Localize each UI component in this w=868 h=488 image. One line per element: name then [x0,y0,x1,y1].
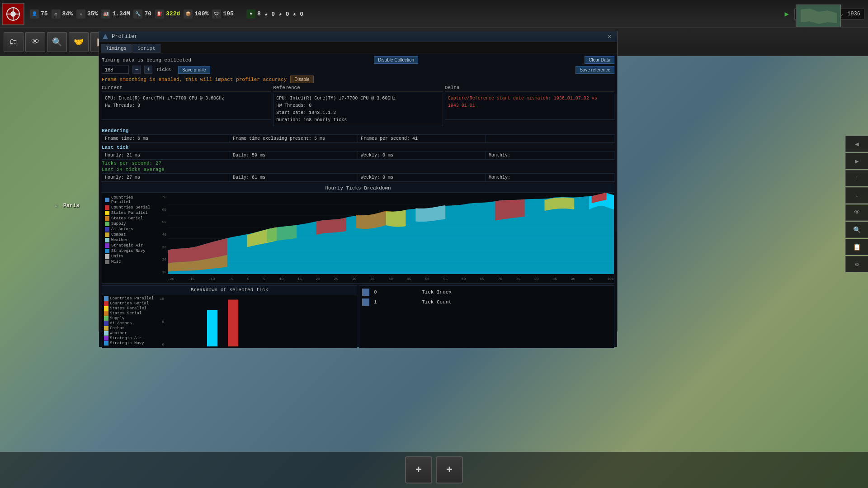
legend-color-strategic-air [105,243,109,248]
breakdown-color-1 [104,296,108,301]
breakdown-color-9 [104,336,108,341]
legend-color-states-serial [105,216,109,221]
breakdown-section: Breakdown of selected tick Countries Par… [102,285,357,348]
reference-content: CPU: Intel(R) Core(TM) i7-7700 CPU @ 3.6… [273,93,443,126]
disable-button[interactable]: Disable [290,76,313,83]
close-button[interactable]: ✕ [605,33,613,41]
consumer-stat: 📦 100% [184,9,208,19]
right-nav-btn-5[interactable]: 👁 [845,204,868,221]
legend-ai-actors: Ai Actors [105,227,154,232]
clear-data-button[interactable]: Clear Data [585,56,614,64]
tick-index-row: 0 Tick Index [362,289,611,296]
current-content: CPU: Intel(R) Core(TM) i7-7700 CPU @ 3.6… [102,93,271,120]
right-nav-btn-1[interactable]: ◀ [845,136,868,152]
last-tick-weekly: Weekly: 0 ms [358,152,486,159]
alert-stat: ⚑ 8 [246,9,261,19]
rendering-section-header: Rendering [102,128,614,133]
legend-color-weather [105,238,109,242]
breakdown-color-2 [104,301,108,306]
current-column: Current CPU: Intel(R) Core(TM) i7-7700 C… [102,85,271,126]
ticks-minus-btn[interactable]: − [132,66,141,74]
mini-map[interactable] [796,5,841,27]
timing-info-text: Timing data is being collected [102,57,370,63]
right-nav-btn-2[interactable]: ▶ [845,153,868,169]
breakdown-color-10 [104,341,108,346]
last24-label: Last 24 ticks average [102,167,165,172]
chart-title: Hourly Ticks Breakdown [102,184,614,193]
last24-daily: Daily: 61 ms [230,174,358,181]
tab-bar: Timings Script [99,42,617,53]
zoom-out-button[interactable]: + [436,456,463,483]
profiler-content: Timing data is being collected Disable C… [99,53,617,347]
ticks-plus-btn[interactable]: + [144,66,152,74]
legend-color-countries-serial [105,205,109,210]
stability-stat: ⚖ 84% [52,9,73,19]
reference-column: Reference CPU: Intel(R) Core(TM) i7-7700… [273,85,443,126]
delta-column: Delta Capture/Reference start date misma… [445,85,614,126]
tick-info-section: 0 Tick Index 1 Tick Count [359,285,614,348]
breakdown-legend-item-3: States Parallel [104,306,155,311]
svg-rect-14 [228,300,238,347]
industry-stat: 🏭 1.34M [101,9,130,19]
toolbar-btn-4[interactable]: 🤝 [69,32,89,52]
right-nav-btn-8[interactable]: ⚙ [845,256,868,272]
profiler-titlebar: Profiler ✕ [99,31,617,42]
right-nav-btn-6[interactable]: 🔍 [845,222,868,238]
legend-supply: Supply [105,222,154,226]
last24-weekly: Weekly: 0 ms [358,174,486,181]
y-axis: 70 60 50 40 30 20 10 [156,195,168,274]
breakdown-y-axis: 10 8 6 [156,297,165,346]
breakdown-color-4 [104,311,108,316]
top-bar: 👤 75 ⚖ 84% ⚔ 35% 🏭 1.34M 🔧 70 ⛽ 322d 📦 1… [0,0,868,28]
rendering-empty-cell [486,135,614,142]
right-nav-btn-7[interactable]: 📋 [845,239,868,255]
breakdown-svg [165,294,321,346]
play-icon[interactable]: ▶ [785,9,789,19]
main-chart-section: Hourly Ticks Breakdown Countries Paralle… [102,184,614,284]
country-flag[interactable] [2,3,24,25]
reference-cpu: CPU: Intel(R) Core(TM) i7-7700 CPU @ 3.6… [276,95,439,102]
tick-count-value: 1 [374,299,419,305]
legend-color-strategic-navy [105,249,109,253]
last-tick-data-row: Hourly: 21 ms Daily: 59 ms Weekly: 0 ms … [102,151,614,160]
zoom-in-button[interactable]: + [405,456,432,483]
frame-time-excl-cell: Frame time exclusing present: 5 ms [230,135,358,142]
breakdown-legend-item-9: Strategic Air [104,336,155,341]
tab-script[interactable]: Script [132,44,160,53]
breakdown-legend-item-2: Countries Serial [104,301,155,306]
ticks-input[interactable] [102,66,129,74]
svg-rect-13 [207,310,217,347]
info-row: Timing data is being collected Disable C… [102,56,614,64]
ticks-row: − + Ticks Save profile Save reference [102,66,614,74]
legend-weather: Weather [105,238,154,242]
right-nav-btn-4[interactable]: ↓ [845,187,868,204]
delta-content: Capture/Reference start date mismatch: 1… [445,93,614,120]
delta-header: Delta [445,85,614,92]
war-support-icon: ⚔ [76,9,85,19]
toolbar-btn-2[interactable]: 👁 [25,32,45,52]
tab-timings[interactable]: Timings [101,44,132,53]
breakdown-content: Countries Parallel Countries Serial Stat… [102,294,357,346]
profiler-title-icon [103,34,108,39]
toolbar-btn-3[interactable]: 🔍 [47,32,67,52]
last24-monthly: Monthly: [486,174,614,181]
disable-collection-button[interactable]: Disable Collection [374,56,418,64]
breakdown-legend-item-5: Supply [104,316,155,321]
tick-count-label: Tick Count [422,299,611,305]
legend-color-units [105,254,109,259]
breakdown-color-3 [104,306,108,311]
info-columns: Current CPU: Intel(R) Core(TM) i7-7700 C… [102,85,614,126]
chart-canvas[interactable]: 70 60 50 40 30 20 10 [156,193,614,283]
save-profile-button[interactable]: Save profile [178,66,210,74]
legend-combat: Combat [105,232,154,237]
toolbar-btn-1[interactable]: 🗂 [4,32,24,52]
delta-error: Capture/Reference start date mismatch: 1… [448,95,611,109]
tick-count-indicator [362,298,369,306]
right-nav-btn-3[interactable]: ↑ [845,170,868,186]
breakdown-chart-area[interactable]: 10 8 6 [156,294,357,346]
stability-icon: ⚖ [52,9,61,19]
save-reference-button[interactable]: Save reference [576,66,614,74]
last-tick-section-header: Last tick [102,145,614,150]
fps-cell: Frames per second: 41 [358,135,486,142]
alert-icon: ⚑ [246,9,255,19]
